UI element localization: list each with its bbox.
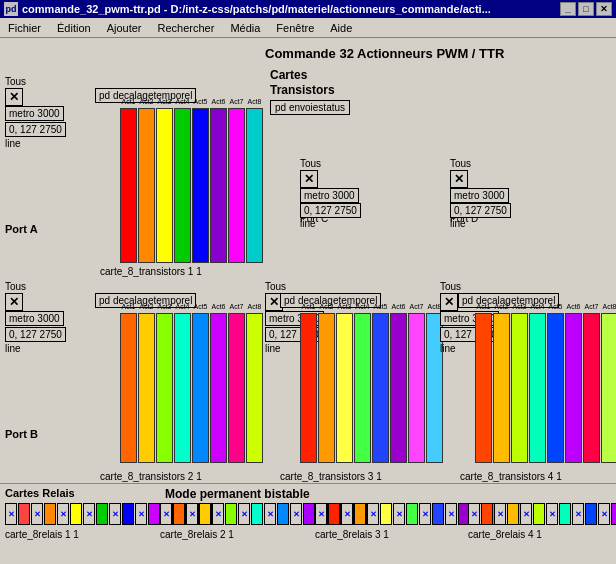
- x-symbol-2[interactable]: ✕: [5, 293, 23, 311]
- range-c[interactable]: 0, 127 2750: [300, 203, 361, 218]
- act-labels-3: Act1 Act2 Act3 Act4 Act5 Act6 Act7 Act8: [300, 303, 443, 310]
- pd-canvas: Commande 32 Actionneurs PWM / TTR Cartes…: [0, 38, 616, 564]
- range-d[interactable]: 0, 127 2750: [450, 203, 511, 218]
- x-symbol-d[interactable]: ✕: [450, 170, 468, 188]
- metro-2[interactable]: metro 3000: [5, 311, 64, 326]
- maximize-button[interactable]: □: [578, 2, 594, 16]
- line-label-3: line: [265, 343, 281, 354]
- act-labels-1: Act1 Act2 Act3 Act4 Act5 Act6 Act7 Act8: [120, 98, 263, 105]
- relay-cell-1-5[interactable]: [122, 503, 134, 525]
- range-2[interactable]: 0, 127 2750: [5, 327, 66, 342]
- carte-label-3: carte_8_transistors 3 1: [280, 471, 382, 482]
- relay-cell-x1[interactable]: ✕: [5, 503, 17, 525]
- menu-edition[interactable]: Édition: [53, 20, 95, 36]
- transistor-bars-3: [300, 313, 443, 463]
- relay-cell-1-3[interactable]: [70, 503, 82, 525]
- menu-fichier[interactable]: Fichier: [4, 20, 45, 36]
- transistor-bars-2: [120, 313, 263, 463]
- x-symbol-c[interactable]: ✕: [300, 170, 318, 188]
- carte-relais-label-3: carte_8relais 3 1: [315, 529, 389, 540]
- port-a-label: Port A: [5, 223, 38, 235]
- relais-title: Cartes Relais: [5, 487, 75, 499]
- line-label-4: line: [440, 343, 456, 354]
- act-labels-2: Act1 Act2 Act3 Act4 Act5 Act6 Act7 Act8: [120, 303, 263, 310]
- act-labels-4: Act1 Act2 Act3 Act4 Act5 Act6 Act7 Act8: [475, 303, 616, 310]
- window-controls: _ □ ✕: [560, 2, 612, 16]
- metro-1[interactable]: metro 3000: [5, 106, 64, 121]
- tous-label-d: Tous: [450, 158, 471, 169]
- line-label-1: line: [5, 138, 21, 149]
- canvas-subtitle1: Cartes: [270, 68, 307, 82]
- relay-cell-1-2[interactable]: [44, 503, 56, 525]
- tous-label-c: Tous: [300, 158, 321, 169]
- range-1[interactable]: 0, 127 2750: [5, 122, 66, 137]
- minimize-button[interactable]: _: [560, 2, 576, 16]
- relay-cell-1-4[interactable]: [96, 503, 108, 525]
- menu-aide[interactable]: Aide: [326, 20, 356, 36]
- metro-d[interactable]: metro 3000: [450, 188, 509, 203]
- close-button[interactable]: ✕: [596, 2, 612, 16]
- relais-separator: [0, 483, 616, 484]
- tous-label-2: Tous: [5, 281, 26, 292]
- bistable-title: Mode permanent bistable: [165, 487, 310, 501]
- menu-fenetre[interactable]: Fenêtre: [272, 20, 318, 36]
- menu-ajouter[interactable]: Ajouter: [103, 20, 146, 36]
- canvas-subtitle2: Transistors: [270, 83, 335, 97]
- carte-label-4: carte_8_transistors 4 1: [460, 471, 562, 482]
- x-symbol-1[interactable]: ✕: [5, 88, 23, 106]
- relay-cell-x6[interactable]: ✕: [135, 503, 147, 525]
- menu-rechercher[interactable]: Rechercher: [154, 20, 219, 36]
- carte-label-1: carte_8_transistors 1 1: [100, 266, 202, 277]
- menu-media[interactable]: Média: [226, 20, 264, 36]
- x-symbol-4[interactable]: ✕: [440, 293, 458, 311]
- relay-cell-x4[interactable]: ✕: [83, 503, 95, 525]
- metro-c[interactable]: metro 3000: [300, 188, 359, 203]
- window-title: commande_32_pwm-ttr.pd - D:/int-z-css/pa…: [22, 3, 560, 15]
- carte-label-2: carte_8_transistors 2 1: [100, 471, 202, 482]
- app-icon: pd: [4, 2, 18, 16]
- transistor-bars-1: [120, 108, 263, 263]
- pd-envoiestatus-box[interactable]: pd envoiestatus: [270, 100, 350, 115]
- line-label-2: line: [5, 343, 21, 354]
- tous-label-1: Tous: [5, 76, 26, 87]
- tous-label-3: Tous: [265, 281, 286, 292]
- carte-relais-label-2: carte_8relais 2 1: [160, 529, 234, 540]
- title-bar: pd commande_32_pwm-ttr.pd - D:/int-z-css…: [0, 0, 616, 18]
- menu-bar: Fichier Édition Ajouter Rechercher Média…: [0, 18, 616, 38]
- carte-relais-label-4: carte_8relais 4 1: [468, 529, 542, 540]
- line-c: line: [300, 218, 316, 229]
- relay-cell-1-6[interactable]: [148, 503, 160, 525]
- transistor-bars-4: [475, 313, 616, 463]
- canvas-title: Commande 32 Actionneurs PWM / TTR: [265, 46, 504, 61]
- relay-cell-x5[interactable]: ✕: [109, 503, 121, 525]
- relay-cell-1-1[interactable]: [18, 503, 30, 525]
- relay-strip-4: ✕ ✕ ✕ ✕ ✕ ✕ ✕ ✕: [468, 503, 616, 525]
- line-d: line: [450, 218, 466, 229]
- relay-cell-x2[interactable]: ✕: [31, 503, 43, 525]
- port-b-label: Port B: [5, 428, 38, 440]
- relay-cell-x3[interactable]: ✕: [57, 503, 69, 525]
- tous-label-4: Tous: [440, 281, 461, 292]
- carte-relais-label-1: carte_8relais 1 1: [5, 529, 79, 540]
